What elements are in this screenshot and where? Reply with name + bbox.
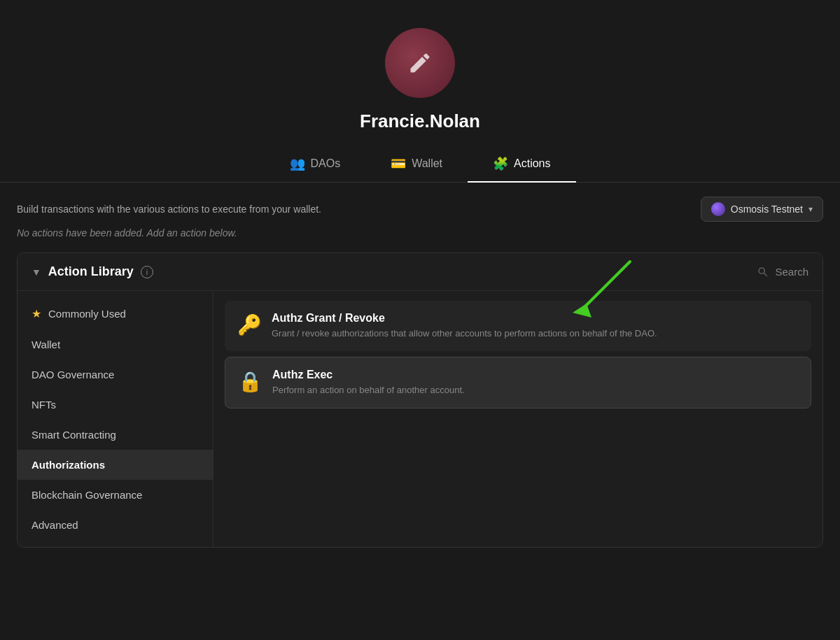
main-content: Build transactions with the various acti…: [0, 183, 840, 562]
network-label: Osmosis Testnet: [731, 204, 803, 215]
profile-section: Francie.Nolan 👥 DAOs 💳 Wallet 🧩 Actions: [0, 0, 840, 183]
avatar[interactable]: [385, 28, 455, 98]
star-icon: ★: [31, 307, 41, 320]
chevron-down-icon: ▾: [808, 204, 813, 214]
collapse-arrow-icon[interactable]: ▼: [31, 266, 41, 278]
sidebar: ★ Commonly Used Wallet DAO Governance NF…: [18, 291, 214, 547]
actions-list: 🔑 Authz Grant / Revoke Grant / revoke au…: [214, 291, 822, 547]
sidebar-item-commonly-used-label: Commonly Used: [48, 308, 126, 320]
info-icon-label: i: [146, 268, 148, 276]
lock-icon: 🔒: [238, 370, 262, 393]
panel-header-left: ▼ Action Library i: [31, 264, 153, 279]
panel-title: Action Library: [48, 264, 134, 279]
sidebar-item-smart-contracting[interactable]: Smart Contracting: [18, 420, 213, 450]
panel-body: ★ Commonly Used Wallet DAO Governance NF…: [18, 291, 822, 547]
wallet-icon: 💳: [391, 156, 406, 171]
action-info-exec: Authz Exec Perform an action on behalf o…: [272, 369, 798, 397]
sidebar-item-nfts-label: NFTs: [31, 399, 56, 411]
sidebar-item-dao-governance[interactable]: DAO Governance: [18, 360, 213, 390]
action-card-authz-exec[interactable]: 🔒 Authz Exec Perform an action on behalf…: [225, 357, 811, 408]
no-actions-text: No actions have been added. Add an actio…: [17, 227, 823, 239]
daos-icon: 👥: [290, 156, 305, 171]
action-library-panel: ▼ Action Library i Search ★ Commonly Use…: [17, 253, 823, 548]
profile-name: Francie.Nolan: [360, 111, 480, 132]
tabs-container: 👥 DAOs 💳 Wallet 🧩 Actions: [0, 146, 840, 183]
search-label: Search: [775, 266, 808, 278]
tab-daos-label: DAOs: [311, 157, 341, 170]
sidebar-item-smart-contracting-label: Smart Contracting: [31, 429, 116, 441]
sidebar-item-dao-governance-label: DAO Governance: [31, 369, 114, 381]
network-dot-icon: [711, 202, 725, 216]
search-icon: [757, 266, 769, 278]
tab-wallet-label: Wallet: [412, 157, 442, 170]
sidebar-item-blockchain-governance-label: Blockchain Governance: [31, 489, 142, 501]
tab-wallet[interactable]: 💳 Wallet: [365, 146, 468, 183]
tab-actions-label: Actions: [514, 157, 550, 170]
sidebar-item-commonly-used[interactable]: ★ Commonly Used: [18, 298, 213, 329]
action-desc-grant-revoke: Grant / revoke authorizations that allow…: [272, 327, 799, 340]
action-title-grant-revoke: Authz Grant / Revoke: [272, 312, 799, 325]
search-box[interactable]: Search: [757, 266, 808, 278]
action-card-authz-grant-revoke[interactable]: 🔑 Authz Grant / Revoke Grant / revoke au…: [225, 301, 811, 351]
sidebar-item-blockchain-governance[interactable]: Blockchain Governance: [18, 480, 213, 510]
sidebar-item-advanced[interactable]: Advanced: [18, 510, 213, 540]
sidebar-item-wallet[interactable]: Wallet: [18, 329, 213, 360]
key-icon: 🔑: [237, 313, 262, 336]
tab-daos[interactable]: 👥 DAOs: [265, 146, 366, 183]
tabs-bar: 👥 DAOs 💳 Wallet 🧩 Actions: [0, 146, 840, 183]
top-bar: Build transactions with the various acti…: [17, 197, 823, 222]
network-selector[interactable]: Osmosis Testnet ▾: [701, 197, 823, 222]
action-info-grant-revoke: Authz Grant / Revoke Grant / revoke auth…: [272, 312, 799, 340]
sidebar-item-nfts[interactable]: NFTs: [18, 390, 213, 420]
sidebar-item-advanced-label: Advanced: [31, 519, 78, 531]
sidebar-item-authorizations[interactable]: Authorizations: [18, 450, 213, 480]
actions-icon: 🧩: [493, 156, 508, 171]
build-text: Build transactions with the various acti…: [17, 204, 321, 215]
edit-icon: [407, 50, 433, 76]
info-icon[interactable]: i: [141, 266, 153, 278]
sidebar-item-wallet-label: Wallet: [31, 339, 60, 350]
panel-header: ▼ Action Library i Search: [18, 253, 822, 291]
sidebar-item-authorizations-label: Authorizations: [31, 459, 105, 471]
action-title-exec: Authz Exec: [272, 369, 798, 381]
tab-actions[interactable]: 🧩 Actions: [468, 146, 575, 183]
action-desc-exec: Perform an action on behalf of another a…: [272, 384, 798, 397]
